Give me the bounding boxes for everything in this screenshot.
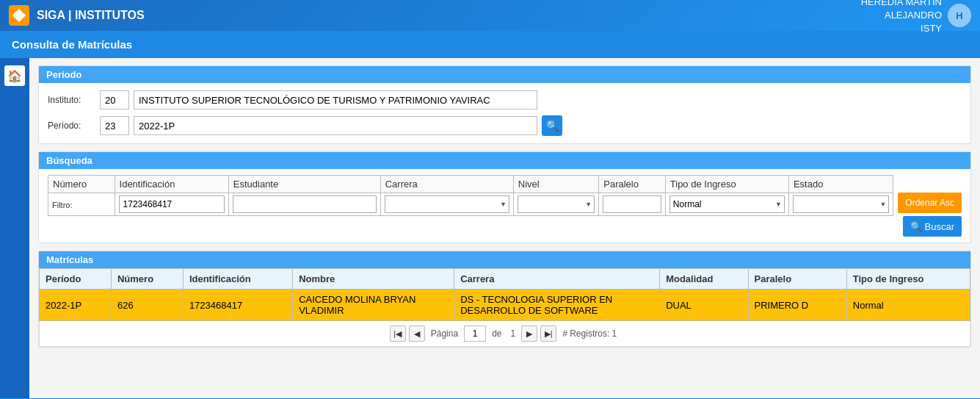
logo-diamond — [12, 9, 26, 22]
instituto-code: 20 — [100, 90, 129, 109]
ordenar-button[interactable]: Ordenar Asc — [898, 193, 962, 213]
filter-nivel-select[interactable] — [518, 195, 595, 213]
instituto-name: INSTITUTO SUPERIOR TECNOLÓGICO DE TURISM… — [134, 90, 537, 109]
pag-prev-button[interactable]: ◀ — [409, 326, 425, 342]
matriculas-table-container: Período Número Identificación Nombre Car… — [39, 268, 970, 321]
mat-col-nombre: Nombre — [293, 269, 454, 290]
home-button[interactable]: 🏠 — [4, 65, 25, 86]
periodo-label: Período: — [48, 121, 95, 131]
filter-carrera-select[interactable] — [385, 195, 509, 213]
user-info: HEREDIA MARTIN ALEJANDRO ISTY H — [861, 0, 971, 35]
mat-col-carrera: Carrera — [454, 269, 660, 290]
col-numero: Número — [48, 176, 115, 193]
col-identificacion: Identificación — [115, 176, 228, 193]
filter-identificacion-cell — [115, 193, 228, 216]
periodo-code: 23 — [100, 116, 129, 135]
avatar: H — [948, 4, 971, 27]
row-periodo: 2022-1P — [40, 290, 112, 321]
row-numero: 626 — [111, 290, 183, 321]
col-nivel: Nivel — [513, 176, 598, 193]
matriculas-panel-header: Matrículas — [39, 251, 970, 268]
busqueda-panel: Búsqueda Número Identificación Estudiant… — [38, 151, 971, 243]
periodo-panel: Período Instituto: 20 INSTITUTO SUPERIOR… — [38, 65, 971, 144]
pag-of: de — [492, 328, 501, 339]
matriculas-table: Período Número Identificación Nombre Car… — [39, 268, 970, 321]
user-name: HEREDIA MARTIN — [861, 0, 942, 9]
pag-registros: # Registros: 1 — [562, 328, 617, 339]
search-actions: Ordenar Asc 🔍 Buscar — [898, 175, 962, 237]
periodo-panel-body: Instituto: 20 INSTITUTO SUPERIOR TECNOLÓ… — [39, 83, 970, 143]
filter-estudiante-input[interactable] — [233, 195, 377, 213]
col-carrera: Carrera — [380, 176, 513, 193]
search-icon: 🔍 — [910, 221, 922, 232]
pagination: |◀ ◀ Página de 1 ▶ ▶| # Registros: 1 — [39, 321, 970, 347]
user-sub2: ISTY — [861, 22, 942, 35]
row-carrera: DS - TECNOLOGIA SUPERIOR EN DESARROLLO D… — [454, 290, 660, 321]
busqueda-panel-body: Número Identificación Estudiante Carrera… — [39, 169, 970, 242]
instituto-label: Instituto: — [48, 95, 95, 105]
col-estudiante: Estudiante — [228, 176, 380, 193]
filter-label: Filtro: — [52, 201, 73, 209]
filter-paralelo-cell — [599, 193, 666, 216]
layout: 🏠 Período Instituto: 20 INSTITUTO SUPERI… — [0, 58, 980, 398]
app-logo — [9, 5, 29, 26]
row-nombre: CAICEDO MOLINA BRYAN VLADIMIR — [293, 290, 454, 321]
filter-nivel-wrapper — [518, 195, 595, 213]
filter-estado-select[interactable] — [793, 195, 889, 213]
filter-estudiante-cell — [228, 193, 380, 216]
busqueda-panel-header: Búsqueda — [39, 152, 970, 169]
mat-col-numero: Número — [111, 269, 183, 290]
filter-paralelo-input[interactable] — [603, 195, 661, 213]
search-filter-table: Número Identificación Estudiante Carrera… — [48, 175, 893, 216]
user-details: HEREDIA MARTIN ALEJANDRO ISTY — [861, 0, 942, 35]
periodo-row: Período: 23 2022-1P 🔍 — [48, 115, 962, 136]
matriculas-panel: Matrículas Período Número Identificación… — [38, 251, 971, 348]
user-sub1: ALEJANDRO — [861, 9, 942, 22]
pagina-label: Página — [431, 328, 458, 339]
buscar-button[interactable]: 🔍 Buscar — [903, 216, 962, 237]
filter-identificacion-input[interactable] — [119, 195, 225, 213]
filter-estado-wrapper — [793, 195, 889, 213]
pag-first-button[interactable]: |◀ — [390, 326, 406, 342]
page-title: Consulta de Matrículas — [0, 31, 980, 58]
header: SIGA | INSTITUTOS HEREDIA MARTIN ALEJAND… — [0, 0, 980, 31]
filter-tipo-ingreso-wrapper: Normal — Todos — — [669, 195, 785, 213]
filter-tipo-ingreso-select[interactable]: Normal — Todos — — [669, 195, 785, 213]
col-tipo-ingreso: Tipo de Ingreso — [665, 176, 788, 193]
pag-total: 1 — [511, 328, 516, 339]
app-title: SIGA | INSTITUTOS — [37, 9, 861, 22]
periodo-name: 2022-1P — [134, 116, 537, 135]
row-tipo-ingreso: Normal — [846, 290, 970, 321]
row-identificacion: 1723468417 — [183, 290, 292, 321]
mat-col-tipo-ingreso: Tipo de Ingreso — [846, 269, 970, 290]
mat-col-modalidad: Modalidad — [660, 269, 748, 290]
avatar-initials: H — [956, 10, 962, 21]
instituto-row: Instituto: 20 INSTITUTO SUPERIOR TECNOLÓ… — [48, 90, 962, 109]
pag-last-button[interactable]: ▶| — [540, 326, 556, 342]
filter-numero-cell: Filtro: — [48, 193, 115, 216]
filter-carrera-cell — [380, 193, 513, 216]
col-estado: Estado — [788, 176, 893, 193]
filter-nivel-cell — [513, 193, 598, 216]
filter-tipo-ingreso-cell: Normal — Todos — — [665, 193, 788, 216]
pag-current-input[interactable] — [464, 326, 486, 342]
row-modalidad: DUAL — [660, 290, 748, 321]
periodo-panel-header: Período — [39, 66, 970, 83]
filter-estado-cell — [788, 193, 893, 216]
filter-carrera-wrapper — [385, 195, 509, 213]
sidebar: 🏠 — [0, 58, 29, 398]
periodo-search-button[interactable]: 🔍 — [542, 115, 562, 136]
mat-col-identificacion: Identificación — [183, 269, 292, 290]
col-paralelo: Paralelo — [599, 176, 666, 193]
mat-col-paralelo: Paralelo — [748, 269, 846, 290]
table-row[interactable]: 2022-1P 626 1723468417 CAICEDO MOLINA BR… — [40, 290, 970, 321]
mat-col-periodo: Período — [40, 269, 112, 290]
row-paralelo: PRIMERO D — [748, 290, 846, 321]
main-content: Período Instituto: 20 INSTITUTO SUPERIOR… — [29, 58, 980, 398]
filter-row: Filtro: — [48, 193, 893, 216]
pag-next-button[interactable]: ▶ — [521, 326, 537, 342]
